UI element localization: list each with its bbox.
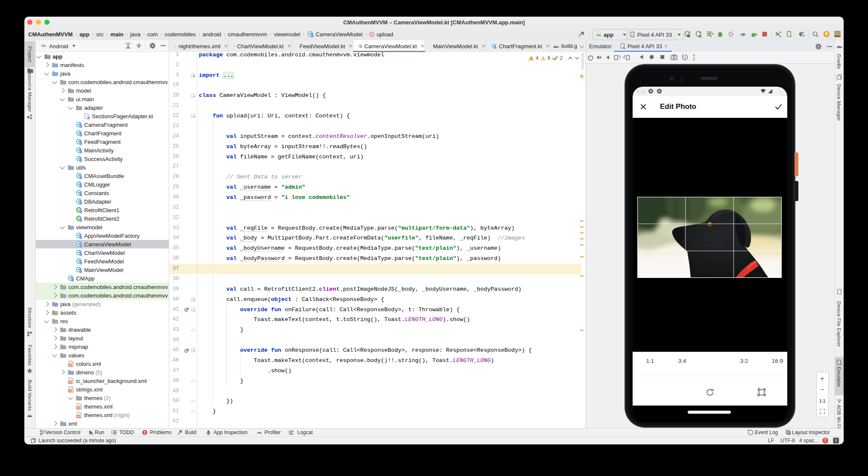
svg-text:<>: <> — [76, 406, 80, 410]
svg-text:A: A — [699, 34, 702, 38]
svg-text:<>: <> — [76, 415, 80, 418]
svg-text:<>: <> — [68, 389, 72, 393]
svg-text:<>: <> — [68, 381, 72, 384]
svg-text:<>: <> — [68, 364, 72, 367]
